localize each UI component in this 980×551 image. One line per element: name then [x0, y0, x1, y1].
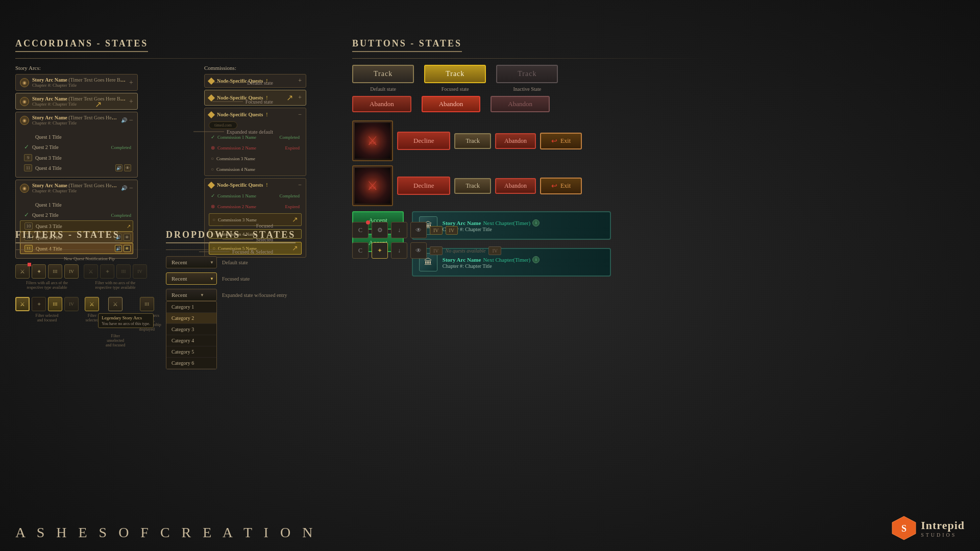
comm-item-4-2[interactable]: ⊗ Commission 2 Name Expired — [209, 203, 302, 210]
diamond-icon-3 — [208, 111, 215, 118]
comm-status-3-2: Expired — [285, 145, 300, 151]
dropdown-expanded-wrapper[interactable]: Recent ▼ Category 1 Category 2 Category … — [166, 289, 217, 301]
filter-demo-inactive: ⚔ ✦ III IV Filter with no arcs of theres… — [84, 264, 147, 290]
dropdown-opt-3[interactable]: Category 3 — [166, 324, 216, 335]
filter-sword-unsel[interactable]: ⚔ — [108, 297, 122, 311]
filter-demo-default: ⚔ ✦ III IV Filters with all arcs of ther… — [15, 264, 79, 290]
comm-item-3-2[interactable]: ⊗ Commission 2 Name Expired — [209, 144, 302, 152]
track-small-button-2[interactable]: Track — [454, 178, 491, 194]
exit-label-1: Exit — [560, 137, 571, 145]
quest-item-4-2[interactable]: ✓ Quest 2 Title Completed — [20, 210, 133, 220]
filter-sword-selected[interactable]: ⚔ — [85, 297, 99, 311]
tracker-c-btn-2[interactable]: C — [352, 242, 369, 259]
abandon-focused-button[interactable]: Abandon — [422, 96, 481, 112]
tracker-gear-icon[interactable]: ⚙ — [372, 222, 388, 238]
exit-button-1[interactable]: ↩ Exit — [540, 133, 582, 149]
dropdown-opt-6[interactable]: Category 6 — [166, 358, 216, 369]
tracker-eye-icon-2[interactable]: 👁 — [410, 242, 427, 259]
filter-star-btn-inactive[interactable]: ✦ — [100, 264, 114, 279]
filter-star-sel[interactable]: ✦ — [32, 297, 46, 311]
filter-iv-sel[interactable]: IV — [64, 297, 79, 311]
main-container: Accordians - States Story Arcs: ◉ Story … — [0, 0, 980, 551]
abandon-small-button-2[interactable]: Abandon — [495, 178, 536, 194]
node-minus-3[interactable]: − — [298, 111, 302, 118]
abandon-inactive-button[interactable]: Abandon — [491, 96, 550, 112]
comm-status-4-2: Expired — [285, 204, 300, 209]
dropdown-opt-5[interactable]: Category 5 — [166, 346, 216, 358]
comm-item-4-1[interactable]: ✓ Commission 1 Name Completed — [209, 192, 302, 199]
node-plus-1[interactable]: + — [298, 77, 302, 85]
comm-item-3-4[interactable]: ○ Commission 4 Name — [209, 165, 302, 173]
logo-text: A S H E S O F C R E A T I O N — [15, 524, 316, 541]
filter-sword-sel[interactable]: ⚔ — [15, 297, 30, 311]
filter-iii-sel[interactable]: III — [48, 297, 62, 311]
filter-iv-btn-inactive[interactable]: IV — [133, 264, 147, 279]
tracker-down-icon[interactable]: ↓ — [391, 222, 407, 238]
arc-info-1[interactable]: i — [532, 219, 540, 227]
tracker-iv-3: IV — [430, 246, 443, 255]
tracker-iv-4: IV — [488, 246, 501, 255]
quest-title-4-1: Quest 1 Title — [35, 202, 62, 208]
arc-item-3[interactable]: ◉ Story Arc Name (Timer Text Goes Here B… — [15, 112, 138, 178]
track-default-button[interactable]: Track — [352, 65, 414, 83]
comm-item-3-1[interactable]: ✓ Commission 1 Name Completed — [209, 133, 302, 141]
filter-iii-btn[interactable]: III — [48, 264, 62, 279]
dropdown-expanded-header[interactable]: Recent ▼ — [166, 289, 217, 301]
quest-title-3-3: Quest 3 Title — [35, 155, 62, 161]
arc-plus-1[interactable]: + — [129, 79, 133, 87]
tracker-down-icon-2[interactable]: ↓ — [391, 242, 407, 259]
node-title-3: Node-Specific Quests — [217, 112, 263, 117]
dropdown-focused-wrapper[interactable]: Recent — [166, 272, 217, 285]
arc-icon-3: ◉ — [20, 116, 29, 125]
arc-info-2[interactable]: i — [532, 256, 540, 263]
quest-icon-btn-b[interactable]: 👁 — [124, 164, 131, 171]
decline-button-1[interactable]: Decline — [397, 132, 450, 150]
intrepid-name: Intrepid — [921, 519, 965, 532]
accordians-section: Accordians - States Story Arcs: ◉ Story … — [15, 38, 337, 261]
quest-item-4-1[interactable]: Quest 1 Title — [20, 199, 133, 210]
filter-iii-btn-inactive[interactable]: III — [116, 264, 131, 279]
filter-sword-btn-inactive[interactable]: ⚔ — [84, 264, 98, 279]
track-focused-button[interactable]: Track — [424, 65, 486, 83]
track-small-button-1[interactable]: Track — [454, 133, 491, 149]
arc-minus-3[interactable]: − — [129, 116, 133, 124]
tracker-star-icon[interactable]: ✦ — [372, 242, 388, 259]
filter-inactive-label: Filter with no arcs of therespective typ… — [95, 281, 135, 290]
decline-button-2[interactable]: Decline — [397, 177, 450, 195]
dropdown-focused-select[interactable]: Recent — [166, 272, 217, 285]
track-inactive-button[interactable]: Track — [496, 65, 558, 83]
filter-star-btn[interactable]: ✦ — [32, 264, 46, 279]
quest-item-3-4[interactable]: 11 Quest 4 Title 🔊 👁 — [20, 163, 133, 173]
filter-sword-btn[interactable]: ⚔ — [15, 264, 30, 279]
dropdown-default-wrapper[interactable]: Recent — [166, 256, 217, 268]
dropdown-opt-4[interactable]: Category 4 — [166, 335, 216, 346]
quest-icon-btn-a[interactable]: 🔊 — [115, 164, 122, 171]
dropdown-opt-2[interactable]: Category 2 — [166, 313, 216, 324]
node-plus-2[interactable]: + — [298, 94, 302, 102]
dropdown-default-select[interactable]: Recent — [166, 256, 217, 268]
abandon-small-button-1[interactable]: Abandon — [495, 133, 536, 149]
arc-minus-4[interactable]: − — [129, 184, 133, 192]
quest-item-3-3[interactable]: 9 Quest 3 Title — [20, 153, 133, 163]
filter-iv-btn[interactable]: IV — [64, 264, 79, 279]
node-minus-4[interactable]: − — [298, 181, 302, 189]
exit-button-2[interactable]: ↩ Exit — [540, 178, 582, 194]
intrepid-logo: S Intrepid STUDIOS — [891, 515, 965, 541]
state-label-3: Expanded state default — [227, 129, 273, 134]
intrepid-icon-container: S — [891, 515, 917, 541]
arc-plus-2[interactable]: + — [129, 97, 133, 106]
tracker-eye-icon[interactable]: 👁 — [410, 222, 427, 238]
tracker-iv-2: IV — [446, 226, 458, 235]
arc-title-2: Story Arc Name (Timer Text Goes Here Bla… — [32, 96, 126, 102]
tracker-c-btn-1[interactable]: C — [352, 222, 369, 238]
commission-node-3[interactable]: Node-Specific Quests ! − timed.com ✓ Com… — [204, 108, 306, 176]
abandon-default-button[interactable]: Abandon — [352, 96, 411, 112]
quest-title-3-2: Quest 2 Title — [32, 144, 59, 150]
dropdown-opt-1[interactable]: Category 1 — [166, 302, 216, 313]
arc-item-2[interactable]: ◉ Story Arc Name (Timer Text Goes Here B… — [15, 93, 138, 110]
filter-tooltip-btn[interactable]: III — [140, 297, 154, 311]
comm-item-3-3[interactable]: ○ Commission 3 Name — [209, 155, 302, 162]
arc-item-1[interactable]: ◉ Story Arc Name (Timer Text Goes Here B… — [15, 74, 138, 91]
quest-item-3-1[interactable]: Quest 1 Title — [20, 132, 133, 142]
quest-item-3-2[interactable]: ✓ Quest 2 Title Completed — [20, 142, 133, 153]
